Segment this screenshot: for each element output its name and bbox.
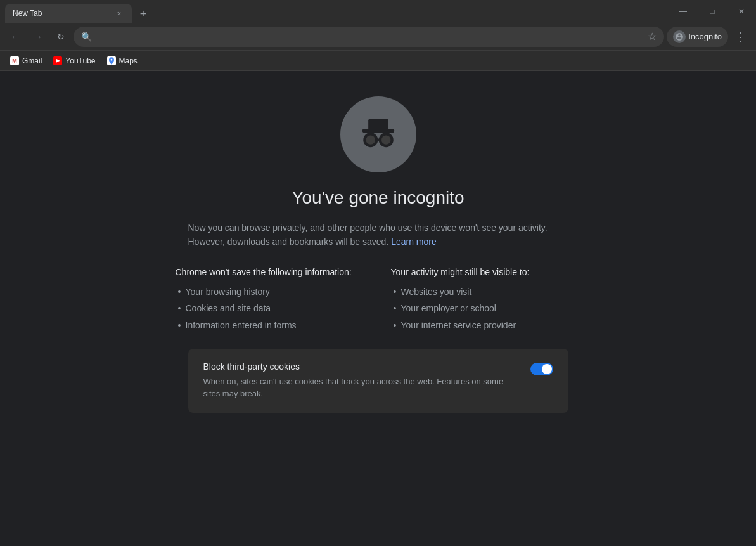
bookmark-gmail-label: Gmail <box>22 56 42 65</box>
bookmark-youtube[interactable]: ▶ YouTube <box>48 53 100 68</box>
reload-button[interactable]: ↻ <box>51 27 71 47</box>
search-icon: 🔍 <box>81 32 92 42</box>
toggle-track <box>530 363 553 375</box>
toggle-thumb <box>542 364 552 374</box>
back-button[interactable]: ← <box>5 27 25 47</box>
close-tab-button[interactable]: × <box>114 8 124 18</box>
bookmarks-bar: M Gmail ▶ YouTube Maps <box>0 51 756 71</box>
forward-button[interactable]: → <box>28 27 48 47</box>
svg-point-3 <box>366 135 375 144</box>
profile-label: Incognito <box>688 32 722 41</box>
new-tab-button[interactable]: + <box>134 5 152 23</box>
navigation-bar: ← → ↻ 🔍 ☆ Incognito ⋮ <box>0 23 756 51</box>
bookmark-maps[interactable]: Maps <box>102 53 143 68</box>
main-content: You've gone incognito Now you can browse… <box>0 71 756 546</box>
youtube-favicon: ▶ <box>53 56 62 65</box>
tab-strip: New Tab × + <box>0 0 669 23</box>
window-controls: — □ ✕ <box>669 0 756 23</box>
cookies-toggle-wrap[interactable] <box>530 361 553 375</box>
wont-save-title: Chrome won't save the following informat… <box>176 267 366 277</box>
bookmark-gmail[interactable]: M Gmail <box>5 53 47 68</box>
incognito-icon <box>340 96 416 172</box>
cookies-title: Block third-party cookies <box>203 361 520 372</box>
incognito-svg <box>356 112 401 157</box>
still-visible-item-3: Your internet service provider <box>391 317 581 334</box>
tab-title: New Tab <box>13 9 109 18</box>
bookmark-icon[interactable]: ☆ <box>648 30 657 42</box>
cookies-text: Block third-party cookies When on, sites… <box>203 361 520 400</box>
still-visible-item-1: Websites you visit <box>391 283 581 300</box>
wont-save-column: Chrome won't save the following informat… <box>176 267 366 334</box>
active-tab[interactable]: New Tab × <box>5 4 132 23</box>
wont-save-item-2: Cookies and site data <box>176 300 366 316</box>
gmail-favicon: M <box>10 56 19 65</box>
cookies-box: Block third-party cookies When on, sites… <box>188 349 568 413</box>
maps-favicon <box>107 56 116 65</box>
svg-rect-6 <box>375 138 381 141</box>
close-window-button[interactable]: ✕ <box>727 0 756 23</box>
cookies-toggle[interactable] <box>530 363 553 375</box>
learn-more-link[interactable]: Learn more <box>391 237 437 247</box>
chrome-menu-button[interactable]: ⋮ <box>731 27 751 47</box>
incognito-description: Now you can browse privately, and other … <box>188 221 568 249</box>
svg-point-5 <box>381 135 390 144</box>
still-visible-item-2: Your employer or school <box>391 300 581 316</box>
wont-save-list: Your browsing history Cookies and site d… <box>176 283 366 334</box>
profile-button[interactable]: Incognito <box>667 27 728 47</box>
incognito-title: You've gone incognito <box>292 188 464 208</box>
still-visible-column: Your activity might still be visible to:… <box>391 267 581 334</box>
still-visible-title: Your activity might still be visible to: <box>391 267 581 277</box>
url-input[interactable] <box>97 32 643 42</box>
still-visible-list: Websites you visit Your employer or scho… <box>391 283 581 334</box>
minimize-button[interactable]: — <box>669 0 698 23</box>
title-bar: New Tab × + — □ ✕ <box>0 0 756 23</box>
wont-save-item-1: Your browsing history <box>176 283 366 300</box>
wont-save-item-3: Information entered in forms <box>176 317 366 334</box>
info-columns: Chrome won't save the following informat… <box>176 267 581 334</box>
address-bar[interactable]: 🔍 ☆ <box>74 27 664 47</box>
cookies-desc: When on, sites can't use cookies that tr… <box>203 375 520 400</box>
bookmark-youtube-label: YouTube <box>65 56 95 65</box>
bookmark-maps-label: Maps <box>119 56 138 65</box>
svg-rect-1 <box>368 119 388 131</box>
incognito-avatar <box>673 30 686 43</box>
maximize-button[interactable]: □ <box>698 0 727 23</box>
